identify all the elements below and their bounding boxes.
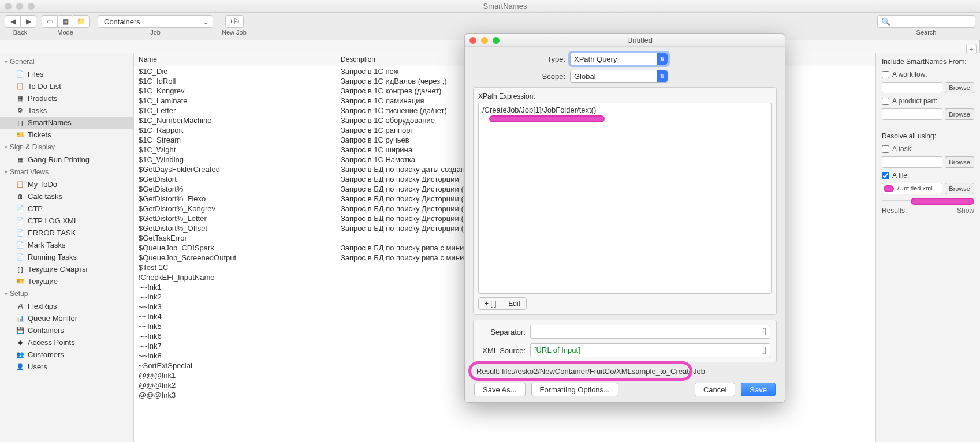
dialog-title: Untitled	[500, 36, 780, 44]
sidebar-item[interactable]: 🎫Текущие	[0, 275, 133, 287]
sidebar-icon: 👥	[16, 351, 24, 359]
zoom-dot[interactable]	[28, 3, 35, 10]
formatting-button[interactable]: Formatting Options...	[531, 383, 618, 396]
dlg-min-icon[interactable]	[481, 37, 488, 44]
sidebar-item[interactable]: 🖨FlexRips	[0, 300, 133, 312]
xpath-dialog: Untitled Type: XPath Query⇅ Scope: Globa…	[464, 33, 785, 403]
workflow-checkbox[interactable]	[882, 71, 889, 78]
sidebar-group[interactable]: Smart Views	[0, 166, 133, 178]
file-browse[interactable]: Browse	[945, 183, 974, 194]
saveas-button[interactable]: Save As...	[474, 383, 526, 396]
edit-button[interactable]: Edit	[502, 297, 527, 310]
sidebar-item[interactable]: 📄CTP LOG XML	[0, 215, 133, 227]
separator-field[interactable]	[530, 325, 770, 339]
sidebar-item[interactable]: 📋My ToDo	[0, 178, 133, 190]
sidebar-label: CTP	[28, 204, 43, 213]
scope-select[interactable]: Global⇅	[570, 70, 668, 83]
workflow-field[interactable]	[882, 82, 942, 93]
sidebar-item[interactable]: [ ]Текущие Смарты	[0, 263, 133, 275]
show-link[interactable]: Show	[957, 207, 974, 215]
back-button[interactable]: ◀	[5, 15, 21, 28]
sidebar-label: ERROR TASK	[28, 229, 76, 237]
result-line: Result: file://esko2/NewContainer/FruitC…	[473, 367, 777, 376]
sidebar-item[interactable]: 🎫Tickets	[0, 129, 133, 141]
task-browse[interactable]: Browse	[945, 156, 974, 168]
xmlsource-label: XML Source:	[479, 346, 526, 355]
sidebar-label: Calc tasks	[28, 192, 62, 201]
sidebar-item[interactable]: ▦Gang Run Printing	[0, 153, 133, 166]
xmlsource-field[interactable]: [URL of Input]	[530, 343, 770, 357]
forward-button[interactable]: ▶	[20, 15, 36, 28]
sidebar-icon: 📄	[16, 70, 24, 78]
search-input[interactable]: 🔍	[877, 15, 975, 28]
sidebar-label: Gang Run Printing	[28, 155, 90, 164]
type-label: Type:	[473, 55, 565, 63]
sidebar-icon: 🎫	[16, 278, 24, 286]
sidebar-item[interactable]: ◆Access Points	[0, 336, 133, 349]
sidebar-label: CTP LOG XML	[28, 216, 78, 225]
dialog-footer: Save As... Formatting Options... Cancel …	[473, 380, 777, 396]
sidebar-icon: 💾	[16, 327, 24, 335]
sidebar-item[interactable]: 📋To Do List	[0, 80, 133, 92]
dlg-close-icon[interactable]	[469, 37, 476, 44]
xpath-group: XPath Expression: /CreateJob/Job[1]/JobF…	[473, 87, 777, 315]
sidebar-icon: 📄	[16, 241, 24, 249]
sidebar-group[interactable]: General	[0, 55, 133, 68]
sidebar-icon: 📄	[16, 217, 24, 225]
xpath-textarea[interactable]: /CreateJob/Job[1]/JobFolder/text()	[478, 103, 772, 294]
add-tab-button[interactable]: +	[966, 44, 977, 54]
productpart-checkbox[interactable]	[882, 98, 889, 105]
sidebar-item[interactable]: 📄CTP	[0, 203, 133, 215]
close-dot[interactable]	[5, 3, 12, 10]
dlg-zoom-icon[interactable]	[493, 37, 500, 44]
mode-btn-3[interactable]: 📁	[73, 15, 90, 28]
sidebar-label: Files	[28, 70, 43, 78]
productpart-browse[interactable]: Browse	[945, 108, 974, 120]
sidebar-item[interactable]: [ ]SmartNames	[0, 117, 133, 129]
cancel-button[interactable]: Cancel	[695, 383, 735, 396]
newjob-button[interactable]: +⚐	[225, 15, 244, 28]
sidebar-label: FlexRips	[28, 302, 57, 310]
sidebar-icon: [ ]	[16, 119, 24, 127]
sidebar-group[interactable]: Setup	[0, 287, 133, 300]
search-icon: 🔍	[881, 17, 890, 26]
mode-btn-2[interactable]: ▦	[57, 15, 73, 28]
scope-label: Scope:	[473, 72, 565, 81]
sidebar-item[interactable]: 💾Containers	[0, 324, 133, 336]
sidebar-label: SmartNames	[28, 118, 72, 127]
sidebar-label: Products	[28, 94, 57, 103]
insert-smartname-button[interactable]: + [ ]	[478, 297, 502, 310]
sidebar-item[interactable]: 🗓Calc tasks	[0, 190, 133, 203]
sidebar-item[interactable]: 📄Running Tasks	[0, 251, 133, 263]
file-checkbox[interactable]	[882, 172, 889, 179]
sidebar-item[interactable]: 📄Files	[0, 68, 133, 80]
sidebar-label: Access Points	[28, 338, 75, 347]
sidebar-label: Customers	[28, 350, 64, 359]
sidebar-icon: ◆	[16, 339, 24, 347]
sidebar-item[interactable]: 👥Customers	[0, 349, 133, 361]
workflow-browse[interactable]: Browse	[945, 82, 974, 93]
source-group: Separator: XML Source: [URL of Input]	[473, 320, 777, 362]
sidebar-group[interactable]: Sign & Display	[0, 141, 133, 153]
sidebar-item[interactable]: 📄ERROR TASK	[0, 227, 133, 239]
sidebar-item[interactable]: ▦Products	[0, 92, 133, 104]
save-button[interactable]: Save	[741, 383, 776, 396]
job-label: Job	[150, 29, 161, 36]
sidebar-label: Tickets	[28, 130, 51, 139]
col-name[interactable]: Name	[134, 53, 336, 66]
min-dot[interactable]	[16, 3, 23, 10]
productpart-field[interactable]	[882, 108, 942, 120]
task-checkbox[interactable]	[882, 145, 889, 153]
mode-btn-1[interactable]: ▭	[42, 15, 58, 28]
separator-label: Separator:	[479, 328, 526, 336]
sidebar-item[interactable]: ⚙Tasks	[0, 104, 133, 117]
sidebar-item[interactable]: 👤Users	[0, 361, 133, 373]
file-field[interactable]: /Untitled.xml	[882, 183, 942, 194]
sidebar: General📄Files📋To Do List▦Products⚙Tasks[…	[0, 53, 134, 442]
type-select[interactable]: XPath Query⇅	[570, 53, 668, 65]
sidebar-item[interactable]: 📄Mark Tasks	[0, 239, 133, 251]
job-combo[interactable]: Containers	[98, 15, 213, 28]
task-field[interactable]	[882, 156, 942, 168]
task-label: A task:	[892, 145, 913, 153]
sidebar-item[interactable]: 📊Queue Monitor	[0, 312, 133, 324]
